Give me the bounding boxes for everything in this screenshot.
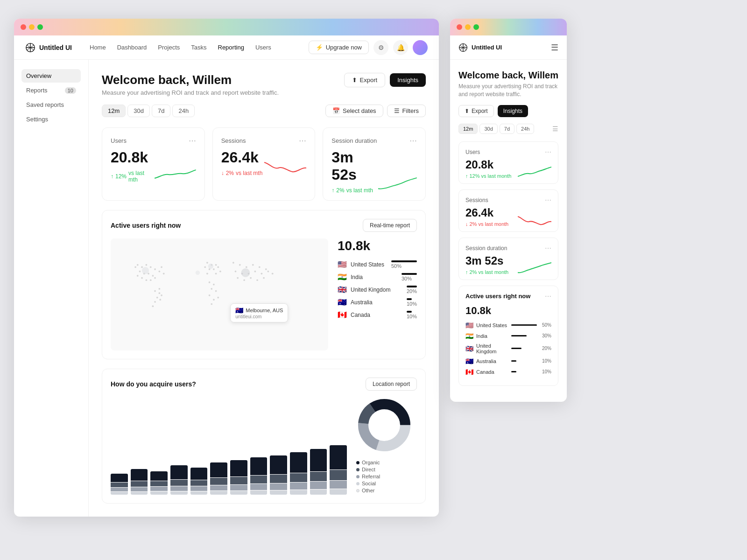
sidebar-item-overview[interactable]: Overview — [21, 69, 81, 83]
panel-time-30d[interactable]: 30d — [479, 124, 497, 134]
hamburger-icon[interactable]: ☰ — [551, 42, 558, 53]
nav-brand[interactable]: Untitled UI — [25, 42, 72, 53]
location-report-button[interactable]: Location report — [366, 378, 417, 391]
legend-organic: Organic — [356, 460, 417, 465]
nav-home[interactable]: Home — [85, 42, 111, 53]
india-pct: 30% — [402, 276, 417, 281]
header-actions: ⬆ Export Insights — [344, 73, 426, 87]
bar-jul — [230, 439, 247, 495]
nav-tasks[interactable]: Tasks — [186, 42, 211, 53]
country-india: 🇮🇳 India 30% — [338, 273, 417, 281]
time-7d[interactable]: 7d — [152, 105, 170, 117]
select-dates-button[interactable]: 📅 Select dates — [325, 105, 383, 117]
metric-sessions-more[interactable]: ⋯ — [299, 136, 306, 145]
minimize-dot[interactable] — [29, 24, 35, 30]
filters-button[interactable]: ☰ Filters — [387, 105, 426, 117]
insights-button[interactable]: Insights — [390, 73, 426, 87]
uk-name: United Kingdom — [351, 287, 403, 293]
up-arrow-icon: ↑ — [111, 173, 113, 180]
export-label: Export — [360, 77, 378, 84]
bar-sep — [270, 439, 287, 495]
panel-uk-name: United Kingdom — [476, 343, 508, 354]
nav-dashboard[interactable]: Dashboard — [113, 42, 152, 53]
panel-us-pct: 50% — [542, 322, 551, 328]
nav-projects[interactable]: Projects — [153, 42, 184, 53]
panel-au-name: Australia — [476, 358, 508, 364]
notification-icon[interactable]: 🔔 — [393, 40, 408, 55]
panel-au-flag: 🇦🇺 — [465, 357, 473, 365]
sidebar-item-settings[interactable]: Settings — [21, 112, 81, 126]
nav-actions: ⚡ Upgrade now ⚙ 🔔 — [309, 40, 428, 55]
svg-rect-19 — [163, 273, 165, 275]
country-au: 🇦🇺 Australia 10% — [338, 298, 417, 307]
panel-active-more[interactable]: ⋯ — [545, 293, 551, 300]
panel-active-section: Active users right now ⋯ 10.8k 🇺🇸 United… — [458, 286, 558, 386]
nav-users[interactable]: Users — [251, 42, 276, 53]
svg-rect-60 — [268, 271, 269, 273]
panel-maximize-dot[interactable] — [473, 24, 479, 30]
legend-direct: Direct — [356, 467, 417, 472]
time-30d[interactable]: 30d — [127, 105, 150, 117]
export-button[interactable]: ⬆ Export — [344, 73, 386, 87]
maximize-dot[interactable] — [37, 24, 43, 30]
svg-rect-59 — [261, 273, 263, 275]
panel-metric-duration: Session duration ⋯ 3m 52s ↑ 2% vs last m… — [458, 238, 558, 280]
avatar[interactable] — [413, 40, 428, 55]
other-label: Other — [362, 488, 375, 493]
svg-rect-23 — [154, 290, 156, 292]
panel-active-count: 10.8k — [465, 305, 551, 317]
panel-filter-icon[interactable]: ☰ — [552, 125, 558, 133]
users-sparkline — [155, 164, 196, 183]
nav-reporting[interactable]: Reporting — [213, 42, 249, 53]
bar-jan — [111, 439, 128, 495]
sidebar-item-saved-reports[interactable]: Saved reports — [21, 98, 81, 112]
panel-insights-button[interactable]: Insights — [498, 105, 528, 117]
au-pct: 10% — [407, 301, 417, 307]
uk-pct: 20% — [407, 288, 417, 294]
page-header-text: Welcome back, Willem Measure your advert… — [102, 73, 279, 96]
svg-rect-34 — [213, 268, 215, 270]
svg-rect-37 — [204, 266, 206, 268]
main-window: Untitled UI Home Dashboard Projects Task… — [14, 19, 439, 517]
metric-duration-more[interactable]: ⋯ — [409, 136, 417, 145]
panel-time-7d[interactable]: 7d — [500, 124, 514, 134]
bar-chart — [111, 439, 347, 495]
panel-export-button[interactable]: ⬆ Export — [458, 105, 494, 117]
duration-change-vs: vs last mth — [346, 187, 373, 194]
tooltip-url: untitleui.com — [235, 314, 283, 319]
svg-rect-48 — [217, 297, 219, 299]
india-bar — [402, 273, 417, 275]
metric-card-sessions: Sessions ⋯ 26.4k ↓ 2% vs last mth — [212, 127, 316, 201]
panel-minimize-dot[interactable] — [465, 24, 471, 30]
realtime-report-button[interactable]: Real-time report — [363, 219, 417, 232]
active-count: 10.8k — [338, 238, 417, 253]
time-24h[interactable]: 24h — [172, 105, 195, 117]
panel-users-more[interactable]: ⋯ — [545, 148, 551, 156]
svg-rect-66 — [263, 277, 265, 279]
svg-rect-45 — [209, 294, 211, 296]
panel-time-12m[interactable]: 12m — [458, 124, 478, 134]
svg-rect-25 — [156, 297, 158, 299]
metric-users-more[interactable]: ⋯ — [189, 136, 196, 145]
settings-icon[interactable]: ⚙ — [374, 40, 388, 55]
upgrade-button[interactable]: ⚡ Upgrade now — [309, 41, 369, 54]
sidebar-item-reports[interactable]: Reports 10 — [21, 84, 81, 97]
time-filters: 12m 30d 7d 24h 📅 Select dates ☰ Filters — [102, 105, 426, 117]
brand-name: Untitled UI — [39, 44, 72, 51]
svg-rect-43 — [211, 288, 212, 290]
time-12m[interactable]: 12m — [102, 105, 126, 117]
panel-sessions-more[interactable]: ⋯ — [545, 196, 551, 204]
svg-rect-51 — [246, 266, 247, 268]
other-dot — [356, 489, 359, 492]
svg-rect-38 — [219, 271, 221, 273]
panel-duration-more[interactable]: ⋯ — [545, 245, 551, 252]
close-dot[interactable] — [21, 24, 26, 30]
panel-ca-name: Canada — [476, 369, 508, 375]
panel-ca-flag: 🇨🇦 — [465, 368, 473, 376]
bar-dec — [330, 439, 347, 495]
panel-metric-sessions: Sessions ⋯ 26.4k ↓ 2% vs last month — [458, 189, 558, 232]
acquisition-section: How do you acquire users? Location repor… — [102, 369, 426, 504]
panel-time-24h[interactable]: 24h — [516, 124, 534, 134]
sidebar-overview-label: Overview — [26, 72, 51, 79]
panel-close-dot[interactable] — [457, 24, 462, 30]
